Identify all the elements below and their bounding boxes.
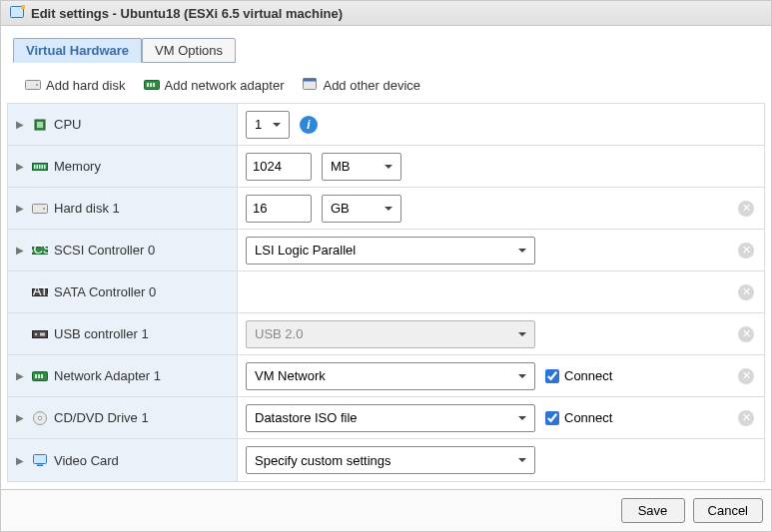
add-network-adapter-button[interactable]: Add network adapter [144,77,285,93]
svg-point-32 [38,416,42,420]
hd-unit-select[interactable]: GB [322,195,401,223]
remove-icon[interactable]: ✕ [738,284,754,300]
row-sata-label: SATA Controller 0 [54,284,156,299]
remove-icon[interactable]: ✕ [738,410,754,426]
svg-rect-9 [304,79,317,82]
nic-network-select[interactable]: VM Network [246,362,535,390]
svg-rect-15 [39,165,41,169]
row-scsi-value: LSI Logic Parallel ✕ [238,230,764,270]
svg-rect-11 [37,122,43,128]
info-icon[interactable]: i [300,116,318,134]
row-scsi-label-cell: ▶ SCSI SCSI Controller 0 [8,230,238,270]
video-settings-select[interactable]: Specify custom settings [246,446,535,474]
usb-type-select: USB 2.0 [246,320,535,348]
add-hard-disk-label: Add hard disk [46,78,126,93]
row-cpu-label-cell: ▶ CPU [8,104,238,145]
hd-size-input[interactable] [246,195,312,223]
memory-icon [32,159,48,175]
svg-rect-30 [41,374,43,378]
svg-point-3 [36,84,38,86]
dialog-footer: Save Cancel [1,489,771,531]
device-toolbar: Add hard disk Add network adapter Add ot… [7,73,765,103]
row-video-card: ▶ Video Card Specify custom settings [8,439,764,481]
svg-rect-26 [40,332,45,335]
expander-icon[interactable]: ▶ [16,455,24,466]
svg-rect-14 [37,165,39,169]
row-memory: ▶ Memory MB [8,146,764,188]
expander-icon[interactable]: ▶ [16,412,24,423]
svg-rect-29 [38,374,40,378]
titlebar: Edit settings - Ubuntu18 (ESXi 6.5 virtu… [1,1,771,26]
cd-source-select[interactable]: Datastore ISO file [246,404,535,432]
memory-unit-select[interactable]: MB [322,153,401,181]
tab-vm-options[interactable]: VM Options [142,38,236,63]
cd-connect-checkbox[interactable]: Connect [545,410,612,425]
add-network-adapter-label: Add network adapter [165,78,285,93]
row-sata-label-cell: ▶ SATA SATA Controller 0 [8,271,238,312]
remove-icon[interactable]: ✕ [738,368,754,384]
svg-rect-34 [37,465,43,467]
svg-rect-18 [33,204,48,213]
row-nic-label-cell: ▶ Network Adapter 1 [8,355,238,396]
row-sata: ▶ SATA SATA Controller 0 ✕ [8,271,764,313]
cd-connect-input[interactable] [545,411,559,425]
svg-rect-6 [150,83,152,87]
hard-disk-icon [32,201,48,217]
remove-icon[interactable]: ✕ [738,243,754,259]
svg-rect-28 [35,374,37,378]
nic-icon [32,368,48,384]
vm-settings-icon [9,5,25,21]
svg-rect-1 [21,5,25,9]
svg-rect-7 [153,83,155,87]
nic-connect-checkbox[interactable]: Connect [545,368,612,383]
expander-icon[interactable]: ▶ [16,161,24,172]
content: Virtual Hardware VM Options Add hard dis… [1,26,771,490]
nic-icon [144,77,160,93]
add-hard-disk-button[interactable]: Add hard disk [25,77,126,93]
cpu-count-select[interactable]: 1 [246,111,290,139]
memory-input[interactable] [246,153,312,181]
cd-connect-label: Connect [564,410,612,425]
row-cpu-label: CPU [54,117,81,132]
nic-connect-input[interactable] [545,369,559,383]
scsi-type-select[interactable]: LSI Logic Parallel [246,237,535,265]
remove-icon[interactable]: ✕ [738,201,754,217]
add-other-device-button[interactable]: Add other device [302,77,420,93]
expander-icon[interactable]: ▶ [16,119,24,130]
row-hard-disk: ▶ Hard disk 1 GB ✕ [8,188,764,230]
row-hd-value: GB ✕ [238,188,764,229]
svg-rect-33 [34,455,47,464]
cancel-button[interactable]: Cancel [693,498,763,523]
row-video-label: Video Card [54,453,119,468]
svg-rect-2 [26,81,41,90]
monitor-icon [32,452,48,468]
expander-icon[interactable]: ▶ [16,370,24,381]
save-button[interactable]: Save [621,498,685,523]
row-sata-value: ✕ [238,271,764,312]
row-cd-label-cell: ▶ CD/DVD Drive 1 [8,397,238,438]
row-usb: ▶ USB controller 1 USB 2.0 ✕ [8,313,764,355]
hard-disk-icon [25,77,41,93]
usb-icon [32,326,48,342]
hardware-table: ▶ CPU 1 i ▶ Memory MB ▶ [7,103,765,482]
nic-connect-label: Connect [564,368,612,383]
row-cd-value: Datastore ISO file Connect ✕ [238,397,764,438]
row-cpu: ▶ CPU 1 i [8,104,764,146]
row-hd-label-cell: ▶ Hard disk 1 [8,188,238,229]
row-memory-value: MB [238,146,764,187]
row-usb-label-cell: ▶ USB controller 1 [8,313,238,354]
tab-virtual-hardware[interactable]: Virtual Hardware [13,38,142,63]
svg-text:SCSI: SCSI [32,243,48,257]
row-scsi-label: SCSI Controller 0 [54,243,155,258]
scsi-icon: SCSI [32,243,48,259]
row-memory-label-cell: ▶ Memory [8,146,238,187]
expander-icon[interactable]: ▶ [16,203,24,214]
add-other-device-label: Add other device [323,78,420,93]
svg-rect-13 [34,165,36,169]
expander-icon[interactable]: ▶ [16,245,24,256]
remove-icon[interactable]: ✕ [738,326,754,342]
row-video-label-cell: ▶ Video Card [8,439,238,481]
row-hd-label: Hard disk 1 [54,201,120,216]
svg-rect-16 [42,165,44,169]
row-scsi: ▶ SCSI SCSI Controller 0 LSI Logic Paral… [8,230,764,271]
